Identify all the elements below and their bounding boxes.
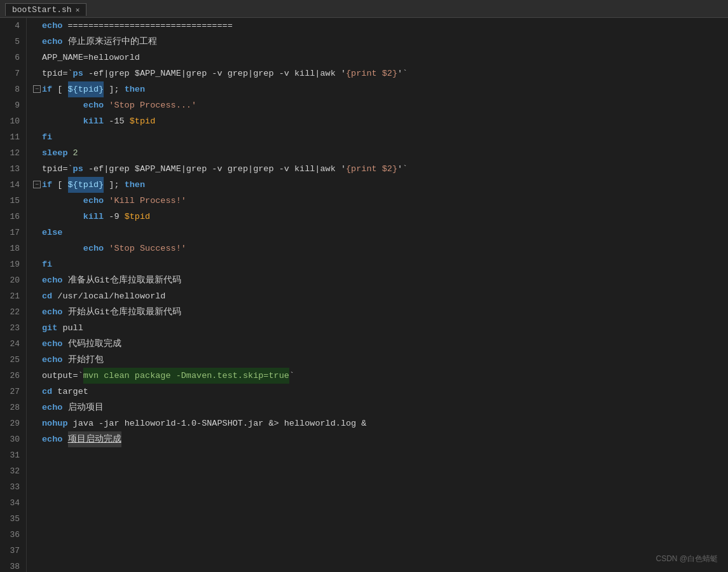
code-token: {print $2} bbox=[346, 66, 397, 81]
code-line: tpid=`ps -ef|grep $APP_NAME|grep -v grep… bbox=[33, 66, 728, 81]
line-number: 25 bbox=[5, 352, 20, 368]
line-number: 27 bbox=[5, 384, 20, 400]
editor-tab[interactable]: bootStart.sh ✕ bbox=[5, 3, 86, 16]
fold-minus-icon[interactable]: − bbox=[33, 181, 41, 188]
line-number: 11 bbox=[5, 129, 20, 145]
code-token: -15 bbox=[104, 113, 130, 129]
code-line: sleep 2 bbox=[33, 145, 728, 161]
code-token: output=` bbox=[42, 368, 83, 384]
line-number: 15 bbox=[5, 193, 20, 209]
line-number: 36 bbox=[5, 527, 20, 543]
code-token: echo bbox=[83, 193, 104, 209]
code-token: ${tpid} bbox=[68, 177, 104, 193]
code-token: ]; bbox=[104, 177, 124, 193]
code-token: [ bbox=[52, 177, 67, 193]
code-token: 准备从Git仓库拉取最新代码 bbox=[62, 272, 181, 288]
code-token bbox=[42, 241, 83, 256]
code-token: [ bbox=[52, 81, 67, 97]
code-token: 启动项目 bbox=[62, 400, 103, 415]
line-number: 14 bbox=[5, 177, 20, 193]
code-line: fi bbox=[33, 256, 728, 272]
code-line: fi bbox=[33, 129, 728, 145]
code-token: -ef|grep $APP_NAME|grep -v grep|grep -v … bbox=[83, 161, 346, 177]
code-token: echo bbox=[83, 97, 104, 113]
watermark: CSDN @白色蜻蜓 bbox=[656, 554, 718, 564]
code-line: echo 代码拉取完成 bbox=[33, 336, 728, 352]
line-numbers: 4567891011121314151617181920212223242526… bbox=[0, 18, 27, 572]
code-token: target bbox=[52, 384, 88, 400]
code-token: tpid=` bbox=[42, 66, 73, 81]
code-token: echo bbox=[83, 241, 104, 256]
code-line: cd /usr/local/helloworld bbox=[33, 288, 728, 304]
line-number: 10 bbox=[5, 113, 20, 129]
code-token: ]; bbox=[104, 81, 124, 97]
code-token: APP_NAME=helloworld bbox=[42, 50, 140, 66]
line-number: 32 bbox=[5, 463, 20, 479]
code-token: $tpid bbox=[125, 209, 151, 225]
code-token: kill bbox=[83, 113, 104, 129]
code-token: 'Stop Process...' bbox=[104, 97, 196, 113]
code-token: '` bbox=[397, 66, 408, 81]
code-token: 'Kill Process!' bbox=[104, 193, 186, 209]
code-line: echo 启动项目 bbox=[33, 400, 728, 415]
code-token: -ef|grep $APP_NAME|grep -v grep|grep -v … bbox=[83, 66, 346, 81]
line-number: 9 bbox=[5, 97, 20, 113]
title-bar: bootStart.sh ✕ bbox=[0, 0, 728, 18]
code-token: if bbox=[42, 81, 52, 97]
code-line: echo 准备从Git仓库拉取最新代码 bbox=[33, 272, 728, 288]
tab-label: bootStart.sh bbox=[12, 5, 72, 15]
code-token: pull bbox=[57, 320, 83, 336]
code-token: if bbox=[42, 177, 52, 193]
code-token: ps bbox=[73, 66, 83, 81]
code-line: output=`mvn clean package -Dmaven.test.s… bbox=[33, 368, 728, 384]
code-token: then bbox=[125, 81, 145, 97]
fold-collapse-icon[interactable]: − bbox=[33, 81, 42, 97]
fold-collapse-icon[interactable]: − bbox=[33, 177, 42, 193]
code-token: ` bbox=[289, 368, 294, 384]
code-line: echo 'Stop Process...' bbox=[33, 97, 728, 113]
code-line: git pull bbox=[33, 320, 728, 336]
code-token: echo bbox=[42, 272, 62, 288]
line-number: 22 bbox=[5, 304, 20, 320]
code-token: 2 bbox=[68, 145, 78, 161]
line-number: 23 bbox=[5, 320, 20, 336]
code-token: ps bbox=[73, 161, 83, 177]
line-number: 19 bbox=[5, 256, 20, 272]
code-token bbox=[62, 431, 67, 447]
line-number: 7 bbox=[5, 66, 20, 81]
code-token: -9 bbox=[104, 209, 124, 225]
code-token: 项目启动完成 bbox=[68, 431, 121, 447]
code-token: echo bbox=[42, 34, 62, 50]
code-token: echo bbox=[42, 400, 62, 415]
code-token: git bbox=[42, 320, 57, 336]
line-number: 34 bbox=[5, 495, 20, 511]
line-number: 30 bbox=[5, 431, 20, 447]
code-line: else bbox=[33, 225, 728, 241]
line-number: 5 bbox=[5, 34, 20, 50]
close-icon[interactable]: ✕ bbox=[76, 6, 80, 14]
code-token: else bbox=[42, 225, 62, 241]
code-token: java -jar helloworld-1.0-SNAPSHOT.jar &>… bbox=[68, 415, 367, 431]
line-number: 38 bbox=[5, 559, 20, 572]
fold-minus-icon[interactable]: − bbox=[33, 85, 41, 93]
line-number: 16 bbox=[5, 209, 20, 225]
line-number: 37 bbox=[5, 543, 20, 559]
code-token: echo bbox=[42, 336, 62, 352]
code-line: kill -15 $tpid bbox=[33, 113, 728, 129]
code-token: ${tpid} bbox=[68, 81, 104, 97]
code-token: 代码拉取完成 bbox=[62, 336, 121, 352]
code-line: APP_NAME=helloworld bbox=[33, 50, 728, 66]
code-line: echo 'Stop Success!' bbox=[33, 241, 728, 256]
code-token: echo bbox=[42, 18, 62, 34]
code-area: echo ================================ech… bbox=[27, 18, 728, 572]
code-token: sleep bbox=[42, 145, 68, 161]
code-token: '` bbox=[397, 161, 408, 177]
code-token: ================================ bbox=[62, 18, 232, 34]
code-token bbox=[42, 193, 83, 209]
code-token: kill bbox=[83, 209, 104, 225]
code-token: echo bbox=[42, 304, 62, 320]
line-number: 31 bbox=[5, 447, 20, 463]
code-line: echo ================================ bbox=[33, 18, 728, 34]
code-line: echo 'Kill Process!' bbox=[33, 193, 728, 209]
code-token: fi bbox=[42, 129, 52, 145]
